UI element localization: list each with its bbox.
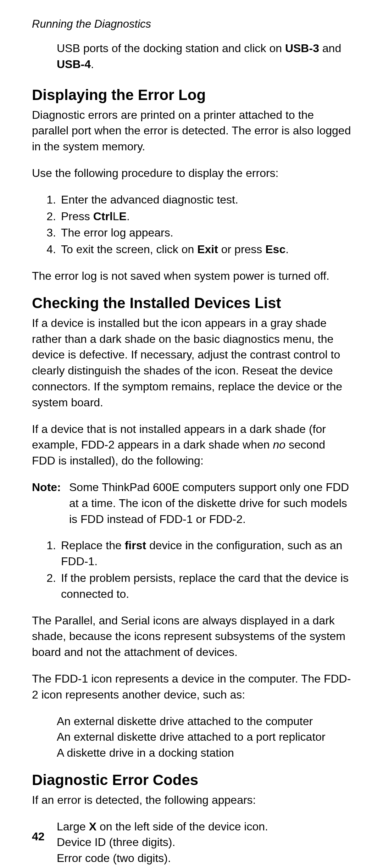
note-label: Note:: [32, 479, 69, 527]
bullet-item: An external diskette drive attached to a…: [57, 729, 351, 745]
list-item: 4. To exit the screen, click on Exit or …: [43, 241, 351, 257]
text: To exit the screen, click on: [61, 243, 197, 256]
bullet-item: Error code (two digits).: [57, 850, 351, 866]
intro-continuation: USB ports of the docking station and cli…: [57, 40, 351, 72]
text: Large: [57, 820, 89, 833]
text: .: [91, 58, 94, 71]
list-item: 2. If the problem persists, replace the …: [43, 570, 351, 602]
text: or press: [218, 243, 265, 256]
page-number: 42: [32, 830, 45, 843]
first-label: first: [125, 539, 146, 552]
list-text: Enter the advanced diagnostic test.: [61, 192, 351, 208]
list-item: 3. The error log appears.: [43, 225, 351, 241]
heading-error-log: Displaying the Error Log: [32, 87, 351, 104]
list-number: 1.: [43, 192, 61, 208]
paragraph: The error log is not saved when system p…: [32, 268, 351, 284]
exit-label: Exit: [197, 243, 218, 256]
key-esc: Esc: [265, 243, 285, 256]
no-italic: no: [273, 438, 285, 451]
text: on the left side of the device icon.: [96, 820, 268, 833]
paragraph: Use the following procedure to display t…: [32, 165, 351, 181]
key-ctrl: Ctrl: [93, 210, 113, 223]
list-number: 1.: [43, 538, 61, 569]
running-header: Running the Diagnostics: [32, 18, 351, 30]
list-text: Press CtrlLE.: [61, 208, 351, 224]
list-text: The error log appears.: [61, 225, 351, 241]
paragraph: If a device is installed but the icon ap…: [32, 315, 351, 411]
usb3-label: USB-3: [285, 42, 319, 55]
list-number: 3.: [43, 225, 61, 241]
ordered-list: 1. Enter the advanced diagnostic test. 2…: [43, 192, 351, 257]
list-number: 4.: [43, 241, 61, 257]
bullet-item: Device ID (three digits).: [57, 834, 351, 850]
list-text: Replace the first device in the configur…: [61, 538, 351, 569]
note-block: Note: Some ThinkPad 600E computers suppo…: [32, 479, 351, 527]
bullet-list: An external diskette drive attached to t…: [57, 713, 351, 761]
paragraph: If an error is detected, the following a…: [32, 792, 351, 808]
list-number: 2.: [43, 208, 61, 224]
bullet-list: Large X on the left side of the device i…: [57, 819, 351, 868]
text: .: [127, 210, 130, 223]
paragraph: The Parallel, and Serial icons are alway…: [32, 613, 351, 660]
heading-error-codes: Diagnostic Error Codes: [32, 772, 351, 789]
paragraph: The FDD-1 icon represents a device in th…: [32, 671, 351, 703]
list-text: If the problem persists, replace the car…: [61, 570, 351, 602]
note-text: Some ThinkPad 600E computers support onl…: [69, 479, 351, 527]
key-e: E: [119, 210, 127, 223]
paragraph: Diagnostic errors are printed on a print…: [32, 107, 351, 155]
text: L: [113, 210, 119, 223]
x-label: X: [89, 820, 96, 833]
list-number: 2.: [43, 570, 61, 602]
bullet-item: A diskette drive in a docking station: [57, 745, 351, 761]
heading-check-devices: Checking the Installed Devices List: [32, 295, 351, 312]
list-item: 2. Press CtrlLE.: [43, 208, 351, 224]
text: and: [319, 42, 341, 55]
text: .: [285, 243, 289, 256]
list-item: 1. Replace the first device in the confi…: [43, 538, 351, 569]
text: Replace the: [61, 539, 125, 552]
bullet-item: Large X on the left side of the device i…: [57, 819, 351, 835]
bullet-item: FRU code (four digits).: [57, 866, 351, 868]
paragraph: If a device that is not installed appear…: [32, 421, 351, 469]
ordered-list: 1. Replace the first device in the confi…: [43, 538, 351, 602]
usb4-label: USB-4: [57, 58, 91, 71]
text: USB ports of the docking station and cli…: [57, 42, 285, 55]
bullet-item: An external diskette drive attached to t…: [57, 713, 351, 729]
list-item: 1. Enter the advanced diagnostic test.: [43, 192, 351, 208]
text: Press: [61, 210, 93, 223]
list-text: To exit the screen, click on Exit or pre…: [61, 241, 351, 257]
